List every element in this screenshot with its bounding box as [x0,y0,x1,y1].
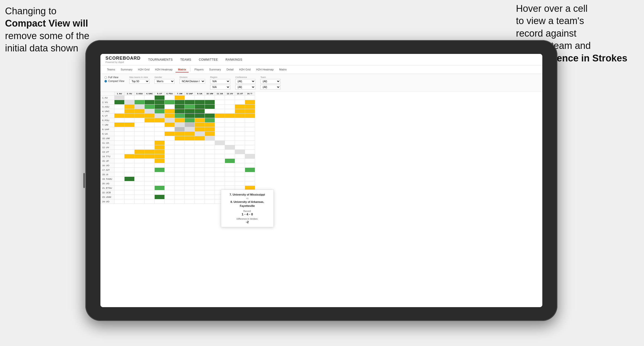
matrix-cell[interactable] [114,186,125,190]
matrix-cell[interactable] [215,96,225,100]
matrix-cell[interactable] [135,136,145,141]
matrix-cell[interactable] [215,163,225,168]
matrix-cell[interactable] [175,154,185,159]
matrix-cell[interactable] [205,118,215,123]
matrix-cell[interactable] [185,123,195,127]
matrix-cell[interactable] [225,172,235,177]
matrix-cell[interactable] [245,150,255,154]
filter-conference-select-2[interactable]: (All) [235,85,255,90]
matrix-cell[interactable] [235,145,245,150]
matrix-cell[interactable] [225,163,235,168]
matrix-cell[interactable] [114,159,125,163]
matrix-cell[interactable] [135,154,145,159]
matrix-cell[interactable] [185,190,195,195]
matrix-cell[interactable] [145,168,155,172]
matrix-cell[interactable] [135,127,145,132]
filter-region-select-2[interactable]: N/A [210,85,230,90]
matrix-cell[interactable] [114,100,125,105]
nav-committee[interactable]: COMMITTEE [199,57,218,62]
matrix-cell[interactable] [215,136,225,141]
matrix-cell[interactable] [135,150,145,154]
matrix-cell[interactable] [205,163,215,168]
matrix-cell[interactable] [185,199,195,204]
matrix-cell[interactable] [145,109,155,114]
matrix-cell[interactable] [215,109,225,114]
matrix-cell[interactable] [205,100,215,105]
matrix-cell[interactable] [145,141,155,145]
tab-summary-1[interactable]: Summary [118,67,135,72]
matrix-cell[interactable] [245,154,255,159]
filter-team-select-2[interactable]: (All) [260,85,280,90]
matrix-cell[interactable] [195,136,205,141]
matrix-cell[interactable] [245,141,255,145]
matrix-cell[interactable] [155,181,165,186]
matrix-cell[interactable] [155,141,165,145]
matrix-cell[interactable] [185,177,195,181]
matrix-cell[interactable] [175,118,185,123]
matrix-cell[interactable] [245,100,255,105]
matrix-cell[interactable] [225,105,235,109]
matrix-cell[interactable] [165,105,175,109]
matrix-cell[interactable] [175,159,185,163]
matrix-cell[interactable] [235,132,245,136]
matrix-cell[interactable] [114,114,125,118]
matrix-cell[interactable] [195,163,205,168]
full-view-option[interactable]: Full View [104,76,124,79]
matrix-cell[interactable] [175,172,185,177]
matrix-cell[interactable] [235,154,245,159]
matrix-cell[interactable] [205,168,215,172]
matrix-cell[interactable] [135,123,145,127]
matrix-cell[interactable] [235,114,245,118]
matrix-cell[interactable] [114,123,125,127]
matrix-cell[interactable] [195,123,205,127]
matrix-cell[interactable] [155,190,165,195]
matrix-cell[interactable] [175,168,185,172]
matrix-cell[interactable] [175,141,185,145]
matrix-cell[interactable] [125,177,135,181]
matrix-cell[interactable] [185,168,195,172]
matrix-cell[interactable] [205,145,215,150]
matrix-cell[interactable] [145,145,155,150]
tab-matrix-2[interactable]: Matrix [277,67,289,72]
matrix-cell[interactable] [125,145,135,150]
matrix-cell[interactable] [185,150,195,154]
matrix-cell[interactable] [165,168,175,172]
matrix-cell[interactable] [195,114,205,118]
matrix-cell[interactable] [155,177,165,181]
matrix-cell[interactable] [235,136,245,141]
matrix-cell[interactable] [205,105,215,109]
matrix-cell[interactable] [165,136,175,141]
matrix-cell[interactable] [155,150,165,154]
matrix-cell[interactable] [165,141,175,145]
matrix-cell[interactable] [114,127,125,132]
matrix-cell[interactable] [185,114,195,118]
matrix-cell[interactable] [215,105,225,109]
matrix-cell[interactable] [205,136,215,141]
matrix-cell[interactable] [245,172,255,177]
matrix-cell[interactable] [125,141,135,145]
matrix-cell[interactable] [205,181,215,186]
matrix-cell[interactable] [185,186,195,190]
tab-summary-2[interactable]: Summary [207,67,223,72]
matrix-cell[interactable] [175,150,185,154]
matrix-cell[interactable] [125,105,135,109]
matrix-cell[interactable] [135,100,145,105]
tab-matrix-1[interactable]: Matrix [175,67,189,72]
matrix-cell[interactable] [205,141,215,145]
matrix-cell[interactable] [145,190,155,195]
matrix-cell[interactable] [195,172,205,177]
matrix-cell[interactable] [185,96,195,100]
matrix-cell[interactable] [215,181,225,186]
matrix-cell[interactable] [235,118,245,123]
matrix-cell[interactable] [195,199,205,204]
matrix-cell[interactable] [245,109,255,114]
filter-team-select[interactable]: (All) [260,79,280,84]
matrix-cell[interactable] [195,96,205,100]
matrix-cell[interactable] [235,100,245,105]
matrix-cell[interactable] [175,181,185,186]
matrix-cell[interactable] [155,195,165,199]
matrix-cell[interactable] [175,132,185,136]
matrix-cell[interactable] [165,190,175,195]
matrix-cell[interactable] [245,163,255,168]
matrix-cell[interactable] [175,109,185,114]
